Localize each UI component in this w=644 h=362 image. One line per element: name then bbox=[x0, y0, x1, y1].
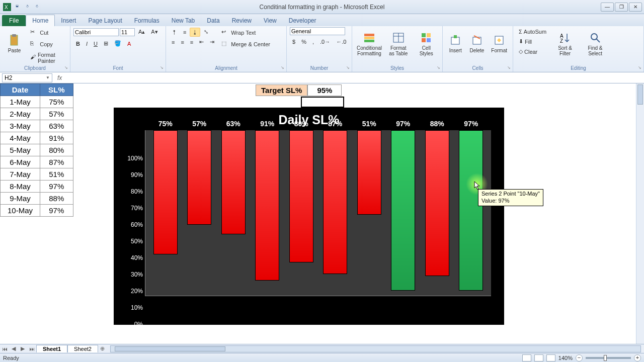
table-row[interactable]: 1-May75% bbox=[1, 96, 73, 108]
tab-insert[interactable]: Insert bbox=[55, 15, 82, 26]
format-painter-button[interactable]: 🖌Format Painter bbox=[28, 50, 67, 65]
sheet-tab-1[interactable]: Sheet1 bbox=[36, 345, 67, 352]
bar[interactable]: 88% bbox=[425, 130, 449, 276]
font-color-button[interactable]: A bbox=[125, 39, 133, 48]
insert-cells-button[interactable]: Insert bbox=[446, 27, 465, 60]
redo-icon[interactable] bbox=[33, 3, 41, 11]
orientation-button[interactable]: ⤡ bbox=[201, 27, 211, 37]
align-top-button[interactable]: ⭱ bbox=[169, 28, 180, 37]
cut-button[interactable]: ✂Cut bbox=[28, 27, 67, 38]
zoom-slider[interactable] bbox=[586, 357, 631, 359]
number-format-select[interactable] bbox=[290, 27, 345, 35]
table-row[interactable]: 2-May57% bbox=[1, 108, 73, 120]
clear-button[interactable]: ◇Clear bbox=[516, 47, 549, 56]
bar[interactable]: 91% bbox=[255, 130, 279, 281]
delete-cells-button[interactable]: Delete bbox=[467, 27, 487, 60]
italic-button[interactable]: I bbox=[84, 39, 90, 48]
border-button[interactable]: ⊞ bbox=[101, 39, 111, 48]
tab-developer[interactable]: Developer bbox=[283, 15, 323, 26]
sheet-tab-2[interactable]: Sheet2 bbox=[67, 345, 98, 352]
align-left-button[interactable]: ≡ bbox=[169, 38, 177, 47]
align-center-button[interactable]: ≡ bbox=[178, 38, 186, 47]
bar-column[interactable]: 80% bbox=[284, 130, 318, 296]
font-size-input[interactable] bbox=[120, 28, 135, 36]
horizontal-scrollbar[interactable] bbox=[110, 345, 641, 352]
bar[interactable]: 87% bbox=[323, 130, 347, 274]
close-button[interactable]: ✕ bbox=[629, 3, 642, 12]
tab-review[interactable]: Review bbox=[226, 15, 258, 26]
cell-styles-button[interactable]: Cell Styles bbox=[414, 27, 440, 60]
bar[interactable]: 75% bbox=[153, 130, 178, 254]
decrease-decimal-button[interactable]: ←.0 bbox=[334, 37, 349, 46]
save-icon[interactable] bbox=[13, 3, 21, 11]
fill-color-button[interactable]: 🪣 bbox=[112, 39, 124, 48]
formula-input[interactable] bbox=[65, 74, 644, 81]
bar-column[interactable]: 51% bbox=[352, 130, 386, 296]
bar-column[interactable]: 97% bbox=[454, 130, 489, 296]
bar-column[interactable]: 63% bbox=[216, 130, 251, 296]
zoom-thumb[interactable] bbox=[604, 355, 607, 361]
fx-icon[interactable]: fx bbox=[54, 74, 65, 81]
minimize-button[interactable]: — bbox=[601, 3, 614, 12]
bar-column[interactable]: 87% bbox=[318, 130, 353, 296]
format-as-table-button[interactable]: Format as Table bbox=[385, 27, 412, 60]
tab-data[interactable]: Data bbox=[201, 15, 225, 26]
sheet-nav-first[interactable]: ⏮ bbox=[0, 346, 9, 352]
table-row[interactable]: 9-May88% bbox=[1, 193, 73, 205]
bar-column[interactable]: 91% bbox=[251, 130, 285, 296]
format-cells-button[interactable]: Format bbox=[489, 27, 510, 60]
worksheet[interactable]: DateSL%1-May75%2-May57%3-May63%4-May91%5… bbox=[0, 83, 644, 344]
bar-column[interactable]: 88% bbox=[420, 130, 454, 296]
increase-indent-button[interactable]: ⇥ bbox=[207, 37, 217, 47]
align-right-button[interactable]: ≡ bbox=[188, 38, 196, 47]
bar[interactable]: 97% bbox=[459, 130, 483, 291]
table-row[interactable]: 5-May80% bbox=[1, 144, 73, 156]
file-tab[interactable]: File bbox=[2, 15, 26, 26]
conditional-formatting-button[interactable]: Conditional Formatting bbox=[355, 27, 383, 60]
bar-column[interactable]: 57% bbox=[183, 130, 217, 296]
currency-button[interactable]: $ bbox=[290, 37, 298, 46]
name-box[interactable]: H2▼ bbox=[2, 73, 52, 82]
find-select-button[interactable]: Find & Select bbox=[581, 27, 609, 60]
table-row[interactable]: 8-May97% bbox=[1, 180, 73, 193]
font-family-input[interactable] bbox=[73, 28, 119, 36]
align-bottom-button[interactable]: ⭳ bbox=[190, 28, 200, 37]
chart-container[interactable]: Daily SL% 0%10%20%30%40%50%60%70%80%90%1… bbox=[114, 108, 504, 325]
comma-button[interactable]: , bbox=[310, 37, 316, 46]
tab-view[interactable]: View bbox=[258, 15, 283, 26]
table-row[interactable]: 4-May91% bbox=[1, 132, 73, 144]
table-row[interactable]: 6-May87% bbox=[1, 156, 73, 168]
tab-home[interactable]: Home bbox=[26, 15, 55, 26]
view-normal-button[interactable] bbox=[522, 354, 531, 361]
underline-button[interactable]: U bbox=[91, 39, 100, 48]
percent-button[interactable]: % bbox=[299, 37, 309, 46]
bar-column[interactable]: 97% bbox=[386, 130, 421, 296]
view-layout-button[interactable] bbox=[534, 354, 543, 361]
undo-icon[interactable] bbox=[23, 3, 31, 11]
view-break-button[interactable] bbox=[546, 354, 555, 361]
bar[interactable]: 97% bbox=[391, 130, 415, 291]
bar[interactable]: 51% bbox=[357, 130, 381, 215]
hscroll-thumb[interactable] bbox=[115, 346, 225, 351]
decrease-indent-button[interactable]: ⇤ bbox=[197, 37, 206, 47]
bar[interactable]: 80% bbox=[289, 130, 313, 262]
scrollbar-thumb[interactable] bbox=[637, 84, 643, 105]
bar[interactable]: 63% bbox=[221, 130, 246, 234]
copy-button[interactable]: ⎘Copy bbox=[28, 39, 67, 50]
autosum-button[interactable]: ΣAutoSum bbox=[516, 27, 549, 36]
zoom-out-button[interactable]: − bbox=[576, 354, 583, 361]
sheet-nav-next[interactable]: ▶ bbox=[18, 345, 27, 352]
table-row[interactable]: 3-May63% bbox=[1, 120, 73, 132]
maximize-button[interactable]: ❐ bbox=[615, 3, 628, 12]
tab-new-tab[interactable]: New Tab bbox=[166, 15, 201, 26]
vertical-scrollbar[interactable] bbox=[636, 83, 644, 344]
decrease-font-button[interactable]: A▾ bbox=[148, 27, 160, 37]
sheet-nav-prev[interactable]: ◀ bbox=[9, 345, 18, 352]
tab-page-layout[interactable]: Page Layout bbox=[82, 15, 128, 26]
paste-button[interactable]: Paste bbox=[3, 27, 26, 60]
table-row[interactable]: 7-May51% bbox=[1, 168, 73, 180]
new-sheet-button[interactable]: ⊕ bbox=[98, 345, 107, 352]
bar-column[interactable]: 75% bbox=[148, 130, 183, 296]
sheet-nav-last[interactable]: ⏭ bbox=[27, 346, 36, 352]
increase-decimal-button[interactable]: .0→ bbox=[317, 37, 333, 46]
